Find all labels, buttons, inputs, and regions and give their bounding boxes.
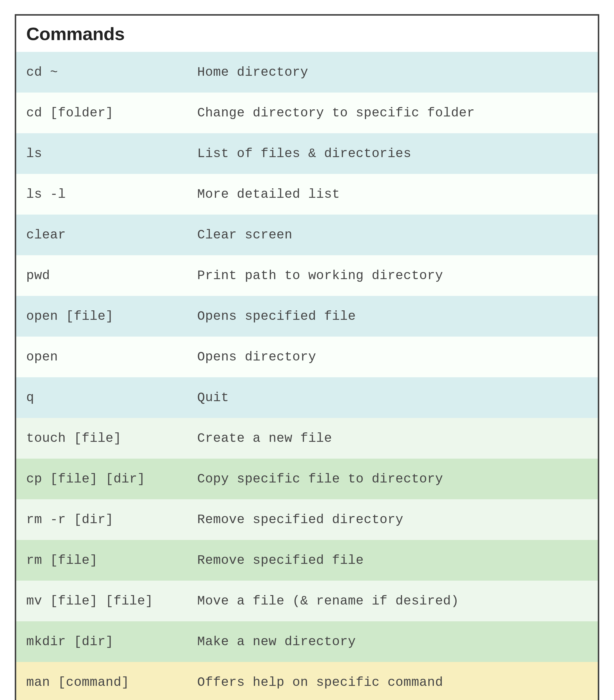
command-text: cp [file] [dir] (26, 472, 197, 486)
command-row: rm [file]Remove specified file (16, 540, 598, 580)
command-row: pwdPrint path to working directory (16, 255, 598, 296)
commands-panel: Commands cd ~Home directorycd [folder]Ch… (15, 14, 599, 700)
command-row: openOpens directory (16, 337, 598, 377)
command-description: More detailed list (197, 187, 588, 202)
command-description: Move a file (& rename if desired) (197, 593, 588, 608)
command-description: Offers help on specific command (197, 675, 588, 690)
command-description: Clear screen (197, 227, 588, 242)
command-description: Make a new directory (197, 634, 588, 649)
command-row: mv [file] [file]Move a file (& rename if… (16, 580, 598, 621)
command-row: ls -lMore detailed list (16, 174, 598, 215)
command-row: touch [file]Create a new file (16, 418, 598, 459)
command-text: rm [file] (26, 553, 197, 568)
command-description: Change directory to specific folder (197, 105, 588, 120)
command-description: Remove specified file (197, 553, 588, 568)
command-row: man [command]Offers help on specific com… (16, 662, 598, 700)
command-text: open (26, 350, 197, 364)
command-row: lsList of files & directories (16, 133, 598, 174)
command-description: Home directory (197, 65, 588, 79)
command-row: rm -r [dir]Remove specified directory (16, 499, 598, 540)
command-text: pwd (26, 268, 197, 283)
command-row: clearClear screen (16, 215, 598, 255)
command-row: cp [file] [dir]Copy specific file to dir… (16, 459, 598, 499)
page: Commands cd ~Home directorycd [folder]Ch… (0, 0, 614, 700)
command-text: mv [file] [file] (26, 593, 197, 608)
command-row: cd ~Home directory (16, 52, 598, 92)
panel-title: Commands (16, 16, 598, 52)
command-description: Opens specified file (197, 309, 588, 324)
command-text: man [command] (26, 675, 197, 690)
command-text: cd [folder] (26, 105, 197, 120)
command-row: mkdir [dir]Make a new directory (16, 621, 598, 662)
command-description: List of files & directories (197, 146, 588, 161)
command-text: rm -r [dir] (26, 512, 197, 527)
command-text: clear (26, 227, 197, 242)
command-rows: cd ~Home directorycd [folder]Change dire… (16, 52, 598, 700)
command-row: open [file]Opens specified file (16, 296, 598, 337)
command-row: qQuit (16, 377, 598, 418)
command-text: open [file] (26, 309, 197, 324)
command-description: Quit (197, 390, 588, 405)
command-description: Print path to working directory (197, 268, 588, 283)
command-description: Create a new file (197, 431, 588, 446)
command-text: mkdir [dir] (26, 634, 197, 649)
command-description: Remove specified directory (197, 512, 588, 527)
command-description: Opens directory (197, 350, 588, 364)
command-text: ls (26, 146, 197, 161)
command-row: cd [folder]Change directory to specific … (16, 92, 598, 133)
command-text: cd ~ (26, 65, 197, 79)
command-text: ls -l (26, 187, 197, 202)
command-text: touch [file] (26, 431, 197, 446)
command-description: Copy specific file to directory (197, 472, 588, 486)
command-text: q (26, 390, 197, 405)
